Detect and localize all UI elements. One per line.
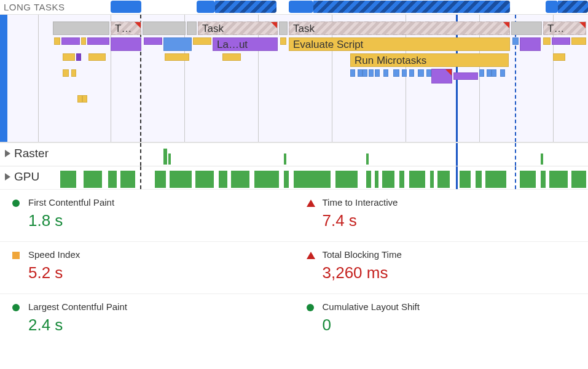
frame[interactable] (553, 53, 565, 61)
frame[interactable] (369, 69, 374, 77)
gpu-event[interactable] (476, 171, 482, 188)
frame[interactable] (409, 69, 414, 77)
expand-icon[interactable] (5, 173, 10, 181)
gpu-event[interactable] (437, 171, 450, 188)
gpu-event[interactable] (399, 171, 404, 188)
task-bar[interactable]: Task (198, 21, 278, 35)
gpu-event[interactable] (170, 171, 192, 188)
gpu-event[interactable] (219, 171, 227, 188)
long-task-bar-hatched[interactable] (558, 1, 588, 13)
frame[interactable] (383, 69, 388, 77)
long-task-bar[interactable] (289, 1, 313, 13)
frame[interactable] (402, 69, 407, 77)
frame[interactable] (63, 53, 75, 61)
gpu-event[interactable] (382, 171, 394, 188)
raster-track[interactable]: Raster (0, 142, 588, 166)
frame[interactable] (418, 69, 424, 77)
frame[interactable] (61, 37, 80, 45)
frame[interactable] (487, 69, 492, 77)
gpu-event[interactable] (375, 171, 378, 188)
metric-speed-index[interactable]: Speed Index 5.2 s (0, 241, 294, 293)
task-bar[interactable]: T… (111, 21, 141, 35)
frame[interactable] (358, 69, 363, 77)
gpu-event[interactable] (541, 171, 546, 188)
frame[interactable] (375, 69, 380, 77)
gpu-event[interactable] (520, 171, 536, 188)
gpu-event[interactable] (84, 171, 102, 188)
frame[interactable] (76, 53, 81, 61)
frame[interactable] (350, 69, 355, 77)
gpu-event[interactable] (409, 171, 425, 188)
task-bar[interactable]: Task (289, 21, 510, 35)
frame[interactable] (552, 37, 570, 45)
frame[interactable] (520, 37, 541, 51)
metric-fcp[interactable]: First Contentful Paint 1.8 s (0, 189, 294, 241)
gpu-event[interactable] (60, 171, 76, 188)
main-thread-flame-chart[interactable]: T… Task Task T… La…ut Evaluate Script Ru… (0, 15, 588, 142)
task-bar[interactable] (511, 21, 542, 35)
frame[interactable] (144, 37, 162, 45)
gpu-event[interactable] (120, 171, 135, 188)
expand-icon[interactable] (5, 150, 10, 157)
gpu-event[interactable] (254, 171, 279, 188)
long-task-bar[interactable] (546, 1, 558, 13)
frame[interactable] (393, 69, 399, 77)
run-microtasks-frame[interactable]: Run Microtasks (350, 53, 509, 67)
frame[interactable] (512, 37, 519, 45)
evaluate-script-frame[interactable]: Evaluate Script (289, 37, 510, 51)
frame[interactable] (81, 37, 86, 45)
task-bar[interactable] (53, 21, 109, 35)
metric-cls[interactable]: Cumulative Layout Shift 0 (294, 293, 589, 346)
raster-event[interactable] (284, 153, 286, 165)
frame[interactable] (363, 69, 367, 77)
frame[interactable] (111, 37, 141, 51)
gpu-event[interactable] (284, 171, 289, 188)
gpu-event[interactable] (430, 171, 434, 188)
frame[interactable] (88, 53, 106, 61)
metric-tbt[interactable]: Total Blocking Time 3,260 ms (294, 241, 589, 293)
frame[interactable] (82, 95, 87, 103)
frame[interactable] (500, 69, 505, 77)
metric-tti[interactable]: Time to Interactive 7.4 s (294, 189, 589, 241)
frame[interactable] (453, 72, 478, 80)
frame[interactable] (426, 69, 431, 77)
frame[interactable] (77, 95, 82, 103)
raster-event[interactable] (163, 149, 167, 165)
frame[interactable] (571, 37, 586, 45)
long-task-bar[interactable] (111, 1, 141, 13)
raster-event[interactable] (168, 153, 171, 165)
gpu-event[interactable] (155, 171, 166, 188)
raster-event[interactable] (541, 153, 543, 165)
task-bar[interactable] (279, 21, 288, 35)
layout-frame[interactable]: La…ut (213, 37, 278, 51)
frame[interactable] (222, 53, 241, 61)
gpu-event[interactable] (460, 171, 471, 188)
gpu-event[interactable] (335, 171, 358, 188)
gpu-event[interactable] (366, 171, 371, 188)
gpu-event[interactable] (485, 171, 506, 188)
metric-lcp[interactable]: Largest Contentful Paint 2.4 s (0, 293, 294, 346)
task-bar[interactable]: T… (543, 21, 586, 35)
raster-event[interactable] (366, 153, 369, 165)
long-tasks-track[interactable]: LONG TASKS (0, 0, 588, 15)
frame[interactable] (431, 69, 452, 84)
gpu-event[interactable] (549, 171, 568, 188)
frame[interactable] (543, 37, 551, 45)
frame[interactable] (492, 69, 496, 77)
frame[interactable] (54, 37, 60, 45)
gpu-event[interactable] (231, 171, 249, 188)
gpu-event[interactable] (571, 171, 586, 188)
frame[interactable] (71, 69, 76, 77)
frame[interactable] (87, 37, 109, 45)
long-task-bar[interactable] (197, 1, 215, 13)
long-task-bar-hatched[interactable] (215, 1, 276, 13)
frame[interactable] (193, 37, 211, 45)
gpu-event[interactable] (195, 171, 214, 188)
gpu-track[interactable]: GPU (0, 166, 588, 189)
task-bar[interactable] (143, 21, 186, 35)
frame[interactable] (63, 69, 69, 77)
frame[interactable] (163, 37, 192, 51)
frame[interactable] (165, 53, 189, 61)
frame[interactable] (479, 69, 484, 77)
task-bar[interactable] (187, 21, 197, 35)
